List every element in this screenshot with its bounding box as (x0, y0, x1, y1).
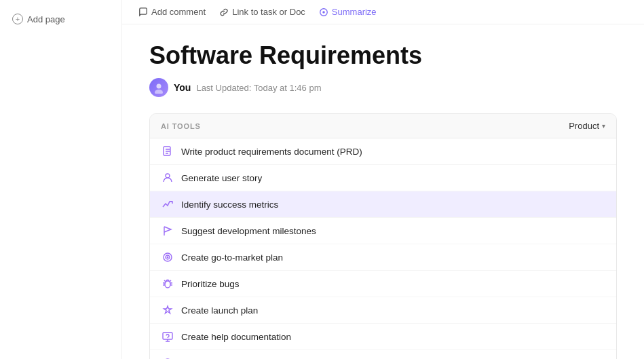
add-comment-button[interactable]: Add comment (138, 7, 206, 17)
tool-item-4[interactable]: Suggest development milestones (150, 218, 616, 244)
tool-item-5[interactable]: Create go-to-market plan (150, 244, 616, 271)
page-title: Software Requirements (149, 41, 617, 70)
tool-item-8[interactable]: Create help documentation (150, 324, 616, 350)
tool-label-3: Identify success metrics (181, 200, 278, 210)
meta-updated: Last Updated: Today at 1:46 pm (196, 83, 321, 93)
tool-item-6[interactable]: Prioritize bugs (150, 271, 616, 297)
doc-icon (161, 145, 174, 158)
bugs-icon (161, 277, 174, 290)
tool-label-6: Prioritize bugs (181, 279, 240, 289)
svg-point-3 (155, 90, 163, 94)
meta-user: You (174, 82, 191, 93)
link-task-button[interactable]: Link to task or Doc (219, 7, 305, 17)
tool-item-1[interactable]: Write product requirements document (PRD… (150, 138, 616, 165)
svg-point-5 (166, 174, 170, 178)
add-page-button[interactable]: + Add page (8, 11, 113, 27)
flag-icon (161, 224, 174, 238)
summarize-button[interactable]: Summarize (319, 7, 377, 17)
chart-icon (161, 197, 174, 211)
sidebar: + Add page (0, 0, 122, 359)
product-label: Product (569, 121, 599, 131)
target-icon (161, 250, 174, 264)
tool-item-7[interactable]: Create launch plan (150, 297, 616, 324)
product-dropdown-button[interactable]: Product ▾ (569, 121, 605, 131)
tool-label-2: Generate user story (181, 173, 262, 183)
page-body: Software Requirements You Last Updated: … (122, 24, 644, 359)
tool-item-9[interactable]: Design user testing study (150, 350, 616, 359)
tool-item-3[interactable]: Identify success metrics (150, 191, 616, 218)
summarize-label: Summarize (332, 7, 377, 17)
tool-label-5: Create go-to-market plan (181, 252, 283, 263)
user-icon (161, 171, 174, 185)
summarize-icon (319, 7, 328, 17)
ai-tools-header: AI TOOLS Product ▾ (150, 114, 616, 138)
link-task-label: Link to task or Doc (232, 7, 305, 17)
ai-tools-label: AI TOOLS (161, 122, 201, 130)
add-page-icon: + (12, 14, 23, 24)
svg-point-8 (167, 257, 168, 258)
meta-row: You Last Updated: Today at 1:46 pm (149, 78, 617, 97)
tool-item-2[interactable]: Generate user story (150, 165, 616, 191)
add-page-label: Add page (27, 14, 65, 24)
ai-tools-panel: AI TOOLS Product ▾ Write product require… (149, 113, 617, 359)
svg-point-9 (165, 281, 170, 288)
tool-label-4: Suggest development milestones (181, 226, 316, 236)
chevron-down-icon: ▾ (602, 122, 605, 130)
comment-icon (138, 7, 148, 17)
help-icon (161, 330, 174, 343)
add-comment-label: Add comment (151, 7, 206, 17)
link-icon (219, 7, 229, 17)
tool-list: Write product requirements document (PRD… (150, 138, 616, 359)
testing-icon (161, 356, 174, 359)
main-content: Add comment Link to task or Doc Summariz… (122, 0, 644, 359)
tool-label-8: Create help documentation (181, 332, 291, 342)
svg-point-1 (322, 11, 325, 14)
svg-point-2 (157, 84, 162, 89)
svg-rect-10 (163, 333, 172, 339)
launch-icon (161, 303, 174, 317)
tool-label-1: Write product requirements document (PRD… (181, 147, 362, 157)
toolbar: Add comment Link to task or Doc Summariz… (122, 0, 644, 24)
tool-label-7: Create launch plan (181, 305, 258, 316)
avatar (149, 78, 168, 97)
